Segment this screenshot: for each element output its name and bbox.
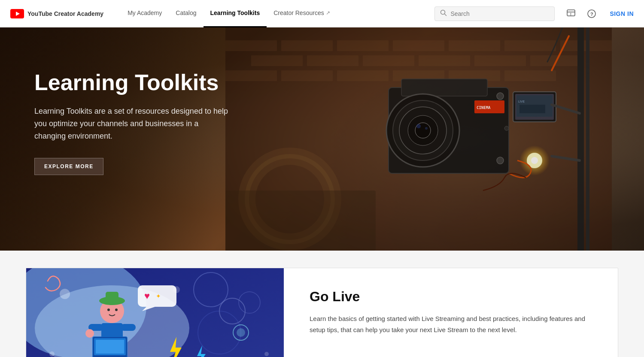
logo-text: YouTube Creator Academy — [27, 10, 103, 17]
card-description: Learn the basics of getting started with… — [310, 313, 592, 335]
svg-text:?: ? — [590, 11, 593, 16]
svg-point-37 — [416, 124, 421, 128]
content-section: ♥ ✦ — [0, 251, 644, 357]
svg-line-3 — [445, 14, 447, 15]
svg-text:♥: ♥ — [144, 290, 150, 301]
svg-rect-19 — [307, 55, 358, 66]
hero-section: CINEMA LIVE Lear — [0, 27, 644, 251]
svg-rect-79 — [96, 340, 124, 354]
svg-point-52 — [531, 157, 538, 164]
svg-rect-13 — [337, 40, 389, 51]
navbar: YouTube Creator Academy My Academy Catal… — [0, 0, 644, 27]
hero-description: Learning Toolkits are a set of resources… — [34, 105, 232, 142]
svg-rect-25 — [281, 70, 333, 81]
hero-title: Learning Toolkits — [34, 70, 232, 95]
svg-rect-20 — [363, 55, 414, 66]
nav-catalog[interactable]: Catalog — [169, 0, 203, 27]
nav-creator-resources[interactable]: Creator Resources ↗ — [267, 0, 337, 27]
svg-point-70 — [85, 329, 94, 338]
svg-rect-15 — [449, 40, 500, 51]
svg-rect-45 — [519, 105, 545, 113]
svg-text:CINEMA: CINEMA — [477, 106, 491, 110]
svg-text:!: ! — [570, 12, 571, 16]
svg-point-87 — [173, 286, 180, 293]
svg-rect-12 — [281, 40, 333, 51]
card-title: Go Live — [310, 289, 592, 305]
featured-card: ♥ ✦ — [26, 268, 618, 357]
hero-content: Learning Toolkits Learning Toolkits are … — [0, 27, 266, 218]
nav-icons: ! ? SIGN IN — [565, 8, 634, 20]
svg-rect-47 — [586, 27, 589, 251]
svg-point-55 — [497, 93, 504, 100]
go-live-illustration: ♥ ✦ — [26, 268, 284, 357]
svg-rect-16 — [504, 40, 556, 51]
notification-icon-btn[interactable]: ! — [565, 8, 577, 20]
svg-point-89 — [264, 352, 269, 356]
external-link-icon: ↗ — [326, 10, 330, 16]
card-image: ♥ ✦ — [26, 268, 284, 357]
sign-in-button[interactable]: SIGN IN — [610, 10, 634, 17]
explore-more-button[interactable]: EXPLORE MORE — [34, 158, 103, 175]
svg-rect-14 — [393, 40, 444, 51]
svg-point-57 — [504, 126, 509, 130]
svg-text:✦: ✦ — [156, 293, 161, 300]
svg-rect-74 — [106, 292, 118, 303]
svg-rect-21 — [419, 55, 470, 66]
help-icon-btn[interactable]: ? — [586, 8, 598, 20]
svg-point-88 — [49, 351, 55, 357]
svg-point-86 — [60, 289, 70, 299]
card-text-area: Go Live Learn the basics of getting star… — [284, 268, 618, 356]
svg-text:LIVE: LIVE — [518, 100, 525, 103]
svg-point-75 — [107, 309, 110, 311]
svg-point-56 — [497, 157, 504, 164]
svg-rect-31 — [401, 79, 487, 96]
svg-point-93 — [237, 328, 245, 337]
nav-learning-toolkits[interactable]: Learning Toolkits — [204, 0, 267, 27]
svg-point-76 — [115, 309, 118, 311]
svg-rect-26 — [337, 70, 389, 81]
hero-camera-illustration: CINEMA LIVE — [225, 27, 612, 251]
svg-rect-29 — [504, 70, 556, 81]
svg-rect-69 — [121, 324, 136, 331]
search-area[interactable] — [434, 6, 555, 21]
youtube-logo-icon — [10, 9, 24, 18]
search-icon — [440, 9, 447, 18]
logo[interactable]: YouTube Creator Academy — [10, 9, 103, 18]
nav-my-academy[interactable]: My Academy — [121, 0, 169, 27]
search-input[interactable] — [450, 10, 536, 17]
svg-rect-22 — [474, 55, 526, 66]
svg-point-38 — [425, 127, 428, 130]
nav-links: My Academy Catalog Learning Toolkits Cre… — [121, 0, 428, 27]
svg-rect-46 — [577, 27, 584, 251]
